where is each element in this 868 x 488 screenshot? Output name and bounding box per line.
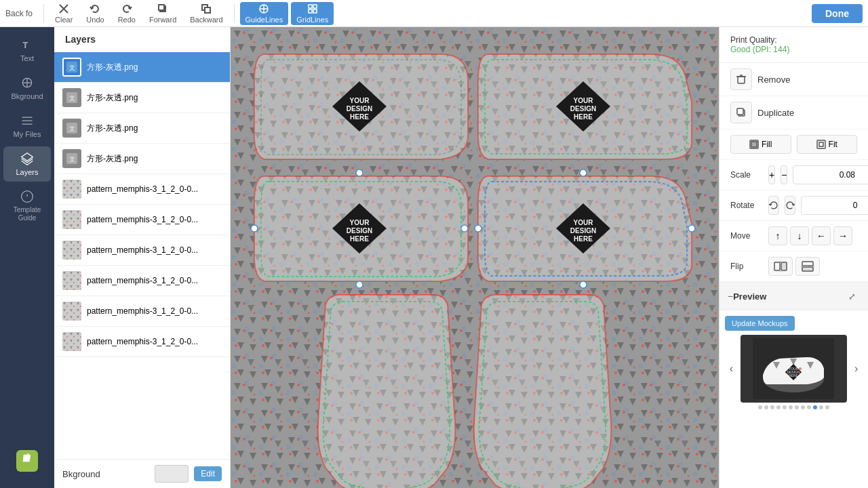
carousel-dot-6[interactable] — [795, 405, 799, 409]
svg-text:HERE: HERE — [574, 235, 593, 243]
svg-point-85 — [580, 281, 587, 288]
fill-button[interactable]: Fill — [730, 135, 791, 154]
preview-image: YOUR DESIGN HERE — [741, 335, 848, 403]
toolbar: Back fo Clear Undo Redo Forward Backward… — [0, 0, 868, 27]
layer-name-2: 方形-灰透.png — [87, 123, 222, 134]
layer-item-9[interactable]: pattern_memphis-3_1_2_0-0... — [54, 327, 230, 357]
rotate-input[interactable] — [801, 196, 868, 215]
layer-item-1[interactable]: 文方形-灰透.png — [54, 83, 230, 113]
move-up-button[interactable]: ↑ — [768, 226, 787, 245]
carousel-dot-7[interactable] — [801, 405, 805, 409]
layer-item-6[interactable]: pattern_memphis-3_1_2_0-0... — [54, 235, 230, 266]
carousel-dot-11[interactable] — [825, 405, 829, 409]
flip-horizontal-button[interactable] — [768, 257, 793, 276]
layer-item-3[interactable]: 文方形-灰透.png — [54, 144, 230, 174]
layer-thumb-2: 文 — [62, 119, 81, 138]
undo-button[interactable]: Undo — [81, 2, 109, 25]
bkground-color-swatch[interactable] — [155, 465, 189, 483]
layer-item-8[interactable]: pattern_memphis-3_1_2_0-0... — [54, 296, 230, 327]
layer-item-5[interactable]: pattern_memphis-3_1_2_0-0... — [54, 205, 230, 235]
carousel-prev-button[interactable]: ‹ — [725, 361, 738, 377]
rotate-label: Rotate — [730, 201, 763, 210]
fit-button[interactable]: Fit — [797, 135, 858, 154]
carousel-dot-5[interactable] — [789, 405, 793, 409]
carousel-dot-9[interactable] — [813, 405, 817, 409]
svg-text:HERE: HERE — [574, 113, 593, 121]
flip-vertical-button[interactable] — [795, 257, 820, 276]
move-left-button[interactable]: ← — [812, 226, 831, 245]
layer-thumb-3: 文 — [62, 149, 81, 168]
flip-buttons — [768, 257, 857, 276]
layer-thumb-5 — [62, 210, 81, 229]
back-to-indicator: Back fo — [5, 9, 33, 18]
preview-header: − Preview ⤢ — [719, 283, 868, 310]
carousel-dot-3[interactable] — [776, 405, 781, 409]
sidebar-item-template-guide[interactable]: Template Guide — [3, 184, 51, 228]
edit-button[interactable]: Edit — [194, 466, 222, 481]
shopify-logo — [16, 450, 38, 474]
clear-button[interactable]: Clear — [50, 2, 78, 25]
rotate-cw-button[interactable] — [785, 196, 795, 215]
guidelines-button[interactable]: GuideLines — [240, 2, 289, 25]
canvas-area[interactable]: YOUR DESIGN HERE YOUR DESIGN HERE — [231, 27, 719, 488]
layer-item-0[interactable]: 文方形-灰透.png — [54, 52, 230, 83]
svg-rect-86 — [319, 291, 461, 488]
layer-item-4[interactable]: pattern_memphis-3_1_2_0-0... — [54, 174, 230, 205]
shoe-panel-1: YOUR DESIGN HERE — [251, 47, 468, 166]
gridlines-button[interactable]: GridLines — [291, 2, 334, 25]
layer-item-2[interactable]: 文方形-灰透.png — [54, 113, 230, 144]
sidebar-item-bkground[interactable]: Bkground — [3, 70, 51, 106]
shoe-panel-6 — [474, 291, 617, 488]
layer-thumb-4 — [62, 180, 81, 199]
carousel-dot-8[interactable] — [807, 405, 811, 409]
sidebar-item-text[interactable]: T Text — [3, 33, 51, 68]
separator-1 — [43, 4, 44, 23]
layer-name-1: 方形-灰透.png — [87, 92, 222, 104]
svg-text:T: T — [22, 40, 28, 50]
layer-thumb-7 — [62, 271, 81, 290]
carousel-dot-4[interactable] — [783, 405, 787, 409]
carousel-dot-0[interactable] — [758, 405, 762, 409]
layer-item-7[interactable]: pattern_memphis-3_1_2_0-0... — [54, 266, 230, 296]
carousel-next-button[interactable]: › — [850, 361, 863, 377]
scale-input[interactable] — [793, 165, 868, 184]
layer-name-5: pattern_memphis-3_1_2_0-0... — [87, 215, 222, 224]
move-buttons: ↑ ↓ ← → — [768, 226, 857, 245]
svg-point-83 — [475, 225, 481, 232]
carousel-dot-2[interactable] — [770, 405, 774, 409]
backward-button[interactable]: Backward — [184, 2, 228, 25]
preview-expand-button[interactable]: ⤢ — [844, 288, 860, 304]
remove-icon-button[interactable] — [730, 68, 752, 90]
sidebar-item-layers[interactable]: Layers — [3, 146, 51, 182]
update-mockups-button[interactable]: Update Mockups — [725, 316, 795, 331]
print-quality-value: Good (DPI: 144) — [730, 45, 857, 54]
move-down-button[interactable]: ↓ — [790, 226, 809, 245]
flip-label: Flip — [730, 262, 763, 271]
layer-name-3: 方形-灰透.png — [87, 153, 222, 165]
sidebar-item-myfiles[interactable]: My Files — [3, 108, 51, 144]
scale-label: Scale — [730, 170, 763, 180]
svg-text:文: 文 — [69, 156, 75, 163]
scale-decrease-button[interactable]: − — [781, 165, 787, 184]
duplicate-button[interactable]: Duplicate — [757, 108, 857, 118]
carousel-dot-1[interactable] — [764, 405, 768, 409]
carousel-dot-10[interactable] — [819, 405, 823, 409]
svg-rect-42 — [62, 302, 81, 321]
move-row: Move ↑ ↓ ← → — [719, 221, 868, 251]
preview-collapse-button[interactable]: − — [728, 291, 733, 302]
rotate-ccw-button[interactable] — [768, 196, 779, 215]
layer-name-8: pattern_memphis-3_1_2_0-0... — [87, 306, 222, 316]
svg-rect-92 — [737, 108, 743, 115]
layers-footer: Bkground Edit — [54, 459, 230, 488]
redo-button[interactable]: Redo — [113, 2, 141, 25]
done-button[interactable]: Done — [812, 4, 863, 23]
move-right-button[interactable]: → — [833, 226, 852, 245]
duplicate-row: Duplicate — [719, 96, 868, 129]
svg-rect-88 — [738, 77, 745, 83]
duplicate-icon-button[interactable] — [730, 102, 752, 123]
remove-button[interactable]: Remove — [757, 75, 857, 85]
scale-increase-button[interactable]: + — [768, 165, 775, 184]
layer-thumb-9 — [62, 332, 81, 351]
layers-panel: Layers 文方形-灰透.png文方形-灰透.png文方形-灰透.png文方形… — [54, 27, 231, 488]
forward-button[interactable]: Forward — [144, 2, 182, 25]
